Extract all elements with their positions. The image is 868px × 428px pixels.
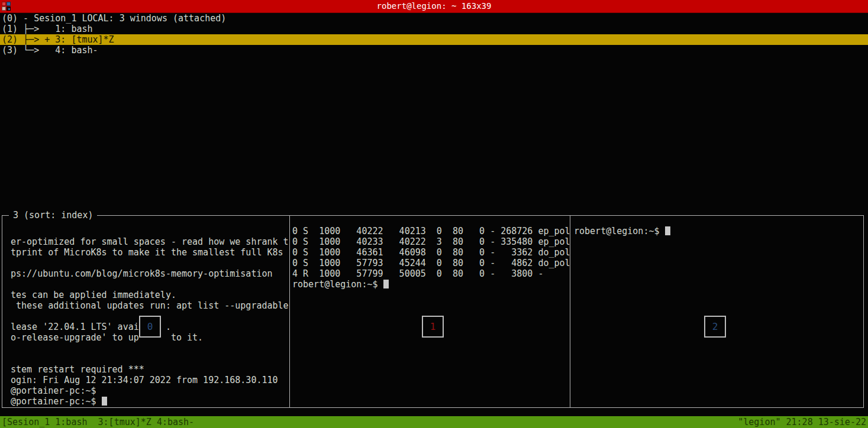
ps-output-line: 0 S 1000 40233 40222 3 80 0 - 335480 ep_… [292, 236, 570, 247]
pane-number-1-active[interactable]: 1 [422, 316, 444, 338]
terminal-line [11, 258, 289, 268]
text-cursor [102, 397, 107, 406]
status-right-clock: "legion" 21:28 13-sie-22 [738, 416, 866, 428]
terminal-line [11, 279, 289, 290]
preview-box: 3 (sort: index) er-optimized for small s… [2, 215, 864, 408]
ps-output-line: 0 S 1000 57793 45244 0 80 0 - 4862 do_po… [292, 258, 570, 268]
pane-2-content[interactable]: robert@legion:~$ [574, 226, 670, 236]
pane-number-2[interactable]: 2 [704, 316, 726, 338]
tree-item-window-3-selected[interactable]: (2) ├─> + 3: [tmux]*Z [0, 34, 868, 45]
tree-item-window-4[interactable]: (3) └─> 4: bash- [0, 45, 868, 56]
preview-label: 3 (sort: index) [9, 210, 97, 221]
status-left-window-list[interactable]: [Sesion_1 1:bash 3:[tmux]*Z 4:bash- [2, 416, 194, 428]
window-titlebar[interactable]: robert@legion: ~ 163x39 [0, 0, 868, 13]
tree-item-window-1[interactable]: (1) ├─> 1: bash [0, 24, 868, 34]
terminal-line: these additional updates run: apt list -… [11, 300, 289, 311]
terminal-line: ogin: Fri Aug 12 21:34:07 2022 from 192.… [11, 375, 289, 385]
terminal-line: stem restart required *** [11, 364, 289, 375]
terminal-line [11, 226, 289, 236]
pane-number-0[interactable]: 0 [139, 316, 161, 338]
pane-1-content[interactable]: 0 S 1000 40222 40213 0 80 0 - 268726 ep_… [292, 226, 570, 290]
terminal-window: robert@legion: ~ 163x39 (0) - Sesion_1 L… [0, 0, 868, 428]
shell-prompt-active: robert@legion:~$ [574, 226, 670, 236]
ps-output-line: 0 S 1000 46361 46098 0 80 0 - 3362 do_po… [292, 247, 570, 258]
terminal-line: er-optimized for small spaces - read how… [11, 236, 289, 247]
shell-prompt-active: robert@legion:~$ [292, 279, 570, 290]
terminal-screen: (0) - Sesion_1 LOCAL: 3 windows (attache… [0, 13, 868, 416]
prompt-text: robert@legion:~$ [292, 279, 383, 290]
terminal-line: ps://ubuntu.com/blog/microk8s-memory-opt… [11, 268, 289, 279]
tmux-choose-tree-list: (0) - Sesion_1 LOCAL: 3 windows (attache… [0, 13, 868, 56]
terminal-line: tes can be applied immediately. [11, 290, 289, 300]
text-cursor [383, 280, 389, 288]
shell-prompt-active: @portainer-pc:~$ [11, 396, 289, 407]
ps-output-line: 4 R 1000 57799 50005 0 80 0 - 3800 - [292, 268, 570, 279]
pane-divider-left [289, 216, 290, 407]
prompt-text: robert@legion:~$ [574, 226, 665, 236]
terminal-line [11, 343, 289, 354]
terminal-line [11, 354, 289, 364]
window-title: robert@legion: ~ 163x39 [0, 0, 868, 13]
prompt-text: @portainer-pc:~$ [11, 396, 102, 407]
tmux-status-bar: [Sesion_1 1:bash 3:[tmux]*Z 4:bash- "leg… [0, 416, 868, 428]
tree-item-session[interactable]: (0) - Sesion_1 LOCAL: 3 windows (attache… [0, 13, 868, 24]
shell-prompt: @portainer-pc:~$ [11, 385, 289, 396]
terminal-line: tprint of MicroK8s to make it the smalle… [11, 247, 289, 258]
text-cursor [665, 226, 670, 235]
ps-output-line: 0 S 1000 40222 40213 0 80 0 - 268726 ep_… [292, 226, 570, 236]
